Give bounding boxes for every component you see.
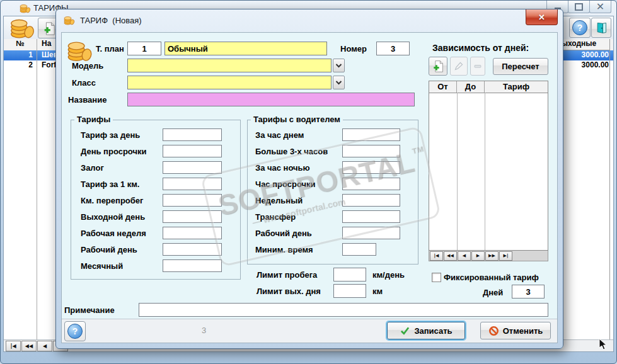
field-label: Рабочий день <box>81 245 137 254</box>
days-edit-button[interactable] <box>450 57 468 76</box>
tariff-km-input[interactable] <box>163 178 222 190</box>
pencil-icon <box>454 61 464 71</box>
record-counter: 3 <box>202 326 206 335</box>
column-header-num[interactable]: № <box>4 39 37 50</box>
deposit-input[interactable] <box>163 161 222 174</box>
monthly-input[interactable] <box>163 259 222 272</box>
plan-label: Т. план <box>96 44 124 54</box>
model-combo-input[interactable] <box>127 59 332 72</box>
hour-day-input[interactable] <box>342 128 400 141</box>
dialog-close-button[interactable]: ✕ <box>526 9 558 25</box>
days-table-header: От До Тариф <box>429 81 548 93</box>
days-delete-button[interactable] <box>470 57 485 76</box>
weekend-limit-input[interactable] <box>333 284 366 298</box>
help-button[interactable]: ? <box>569 18 591 38</box>
days-input[interactable] <box>512 285 545 299</box>
field-label: Тариф за день <box>81 130 140 140</box>
nav-prev-button[interactable]: ◀ <box>37 341 52 351</box>
chevron-down-icon <box>335 80 342 85</box>
coins-icon <box>20 3 31 13</box>
mileage-limit-label: Лимит пробега <box>257 270 317 280</box>
overdue-hour-input[interactable] <box>342 178 400 190</box>
class-dropdown-button[interactable] <box>333 76 345 89</box>
tariffs-group: Тарифы Тариф за день День просрочки Зало… <box>71 120 241 280</box>
field-label: За час ночью <box>255 163 310 173</box>
transfer-input[interactable] <box>342 210 400 223</box>
over-3-hours-input[interactable] <box>342 145 400 157</box>
hour-night-input[interactable] <box>342 161 400 174</box>
nav-prev-page-button[interactable]: ◀◀ <box>21 341 37 351</box>
tariff-dialog: ТАРИФ (Новая) ✕ Т. план Номер Модель Кла… <box>55 9 563 349</box>
field-label: Залог <box>81 163 104 173</box>
model-label: Модель <box>72 61 103 71</box>
save-button[interactable]: Записать <box>387 322 465 339</box>
class-combo-input[interactable] <box>127 76 332 89</box>
field-label: Недельный <box>255 196 303 205</box>
number-label: Номер <box>340 44 367 54</box>
cell-name: Forf <box>42 60 56 69</box>
add-document-icon <box>432 59 444 73</box>
add-document-icon <box>42 21 56 36</box>
dialog-help-button[interactable]: ? <box>64 321 86 341</box>
column-divider <box>37 39 37 343</box>
column-header-name[interactable]: На <box>42 39 51 50</box>
days-label: Дней <box>483 288 503 297</box>
name-input[interactable] <box>127 93 415 106</box>
field-label: Выходной день <box>81 212 145 222</box>
nav-next-page-button[interactable]: ▶▶ <box>485 251 499 261</box>
chevron-down-icon <box>335 63 342 68</box>
driver-tariffs-group-title: Тарифы с водителем <box>251 115 343 124</box>
class-label: Класс <box>72 78 96 88</box>
close-button[interactable]: ✕ <box>589 1 611 13</box>
maximize-button[interactable] <box>568 1 590 13</box>
cancel-button[interactable]: Отменить <box>480 322 551 339</box>
coins-icon <box>64 15 75 25</box>
field-label: Рабочий день <box>255 229 312 238</box>
recalc-button[interactable]: Пересчет <box>493 58 548 75</box>
grid-col-divider <box>485 93 485 250</box>
note-input[interactable] <box>139 303 548 317</box>
driver-work-day-input[interactable] <box>342 227 400 239</box>
number-input[interactable] <box>376 42 410 55</box>
model-dropdown-button[interactable] <box>333 59 345 72</box>
close-icon: ✕ <box>538 13 545 22</box>
cell-num: 1 <box>4 50 33 59</box>
exit-button[interactable] <box>591 18 611 38</box>
work-week-input[interactable] <box>163 227 222 239</box>
work-day-input[interactable] <box>163 243 222 256</box>
nav-first-button[interactable]: |◀ <box>430 251 443 261</box>
cell-num: 2 <box>4 60 33 69</box>
plan-number-input[interactable] <box>127 42 161 55</box>
weekly-input[interactable] <box>342 194 400 207</box>
nav-prev-button[interactable]: ◀ <box>458 251 471 261</box>
note-label: Примечание <box>64 305 115 315</box>
plan-name-input[interactable] <box>164 42 327 55</box>
over-mileage-input[interactable] <box>163 194 222 207</box>
mouse-cursor-icon <box>599 338 608 351</box>
nav-prev-page-button[interactable]: ◀◀ <box>444 251 457 261</box>
close-icon: ✕ <box>596 1 604 13</box>
fixed-tariff-checkbox[interactable] <box>432 273 441 282</box>
nav-first-button[interactable]: |◀ <box>6 341 21 351</box>
name-label: Название <box>68 95 107 105</box>
field-label: Рабочая неделя <box>81 229 146 238</box>
screen: ТАРИФЫ ✕ ? <box>0 0 617 364</box>
overdue-day-input[interactable] <box>163 145 222 157</box>
nav-last-button[interactable]: ▶| <box>499 251 512 261</box>
exit-door-icon <box>595 21 608 35</box>
help-icon: ? <box>67 324 83 339</box>
tariff-day-input[interactable] <box>163 128 222 141</box>
min-time-input[interactable] <box>342 243 376 256</box>
field-label: Месячный <box>81 261 123 271</box>
weekend-day-input[interactable] <box>163 210 222 223</box>
col-from: От <box>429 81 457 93</box>
check-icon <box>400 326 410 336</box>
nav-next-button[interactable]: ▶ <box>471 251 485 261</box>
field-label: Больше 3-х часов <box>255 147 328 156</box>
coins-icon <box>67 39 93 62</box>
col-to: До <box>457 81 485 93</box>
mileage-limit-input[interactable] <box>333 268 366 282</box>
days-add-button[interactable] <box>429 57 447 76</box>
days-panel-title: Зависимость от дней: <box>432 43 529 53</box>
days-table[interactable]: От До Тариф <box>429 81 548 251</box>
